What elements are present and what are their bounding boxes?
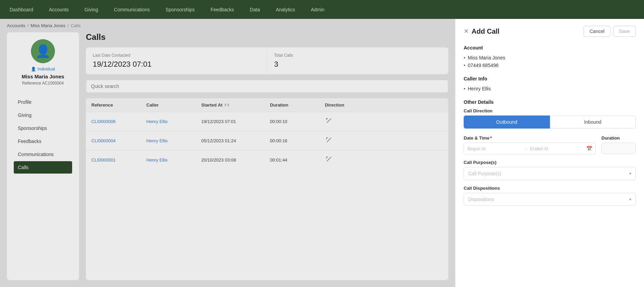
nav-feedbacks[interactable]: Feedbacks xyxy=(208,5,237,14)
call-direction-3 xyxy=(325,155,366,165)
content-wrapper: 👤 👤 Individual Miss Maria Jones Referenc… xyxy=(0,32,455,287)
dispositions-placeholder: Dispositions xyxy=(468,197,494,202)
call-dispositions-group: Call Dispositions Dispositions ▾ xyxy=(464,186,636,206)
caller-info-label: Caller Info xyxy=(464,76,636,81)
profile-sidebar: 👤 👤 Individual Miss Maria Jones Referenc… xyxy=(7,32,79,280)
account-section: Account Miss Maria Jones 07449 685496 xyxy=(464,45,636,69)
add-call-panel: ✕ Add Call Cancel Save Account Miss Mari… xyxy=(455,19,644,287)
duration-input[interactable] xyxy=(601,143,636,154)
individual-icon: 👤 xyxy=(31,67,36,71)
sort-icon: ⬆⬇ xyxy=(224,103,229,107)
col-duration: Duration xyxy=(270,102,325,108)
breadcrumb-sep2: / xyxy=(67,23,69,28)
call-date-2: 05/12/2023 01:24 xyxy=(201,138,270,143)
required-indicator: * xyxy=(490,135,492,141)
sidebar-item-giving[interactable]: Giving xyxy=(14,109,72,121)
stat-total-calls: Total Calls 3 xyxy=(267,47,448,74)
other-details-section: Other Details Call Direction Outbound In… xyxy=(464,99,636,211)
call-ref-1[interactable]: CLI0000006 xyxy=(91,119,146,124)
sidebar-item-calls[interactable]: Calls xyxy=(14,161,72,174)
stats-row: Last Date Contacted 19/12/2023 07:01 Tot… xyxy=(86,47,448,74)
begun-placeholder: Begun At xyxy=(467,146,522,151)
caller-name: Henry Ellis xyxy=(464,85,636,92)
call-date-3: 20/10/2023 03:08 xyxy=(201,157,270,163)
table-row: CLI0000001 Henry Ellis 20/10/2023 03:08 … xyxy=(86,151,448,169)
account-name: Miss Maria Jones xyxy=(464,54,636,62)
call-duration-1: 00:00:10 xyxy=(270,119,325,124)
nav-sponsorships[interactable]: Sponsorships xyxy=(163,5,197,14)
call-ref-3[interactable]: CLI0000001 xyxy=(91,157,146,163)
calls-title: Calls xyxy=(86,32,448,42)
calendar-icon: 📅 xyxy=(586,146,592,151)
date-time-group: Date & Time* Begun At → Ended At 📅 xyxy=(464,135,596,154)
person-icon: 👤 xyxy=(35,44,51,58)
table-row: CLI0000004 Henry Ellis 05/12/2023 01:24 … xyxy=(86,131,448,151)
call-caller-1[interactable]: Henry Ellis xyxy=(146,119,201,124)
col-started-at: Started At ⬆⬇ xyxy=(201,102,270,108)
direction-toggle: Outbound Inbound xyxy=(464,115,636,129)
person-name: Miss Maria Jones xyxy=(22,74,64,79)
stat-last-contacted-label: Last Date Contacted xyxy=(93,53,260,58)
ended-placeholder: Ended At xyxy=(530,146,584,151)
search-input[interactable] xyxy=(86,80,448,93)
call-duration-3: 00:01:44 xyxy=(270,157,325,163)
other-details-label: Other Details xyxy=(464,99,636,105)
call-ref-2[interactable]: CLI0000004 xyxy=(91,138,146,143)
caller-info-section: Caller Info Henry Ellis xyxy=(464,76,636,92)
nav-analytics[interactable]: Analytics xyxy=(273,5,298,14)
sidebar-nav: Profile Giving Sponsorships Feedbacks Co… xyxy=(14,96,72,174)
panel-header-buttons: Cancel Save xyxy=(584,26,636,37)
nav-giving[interactable]: Giving xyxy=(82,5,101,14)
nav-admin[interactable]: Admin xyxy=(308,5,327,14)
duration-group: Duration xyxy=(601,135,636,154)
date-input-group[interactable]: Begun At → Ended At 📅 xyxy=(464,143,596,154)
stat-last-contacted: Last Date Contacted 19/12/2023 07:01 xyxy=(86,47,267,74)
inbound-toggle[interactable]: Inbound xyxy=(550,115,636,129)
nav-accounts[interactable]: Accounts xyxy=(46,5,72,14)
nav-communications[interactable]: Communications xyxy=(111,5,152,14)
save-button[interactable]: Save xyxy=(613,26,636,37)
call-direction-2 xyxy=(325,136,366,145)
calls-area: Calls Last Date Contacted 19/12/2023 07:… xyxy=(86,32,448,280)
breadcrumb-current: Calls xyxy=(71,23,81,28)
close-icon[interactable]: ✕ xyxy=(464,27,469,35)
call-purposes-select[interactable]: Call Purpose(s) ▾ xyxy=(464,167,636,180)
chevron-down-icon: ▾ xyxy=(629,197,631,202)
stat-total-calls-value: 3 xyxy=(274,60,441,69)
sidebar-item-sponsorships[interactable]: Sponsorships xyxy=(14,122,72,134)
call-purposes-group: Call Purpose(s) Call Purpose(s) ▾ xyxy=(464,160,636,180)
breadcrumb-person[interactable]: Miss Maria Jones xyxy=(31,23,65,28)
chevron-down-icon: ▾ xyxy=(629,171,631,176)
nav-dashboard[interactable]: Dashboard xyxy=(7,5,36,14)
table-row: CLI0000006 Henry Ellis 19/12/2023 07:01 … xyxy=(86,112,448,131)
call-date-1: 19/12/2023 07:01 xyxy=(201,119,270,124)
individual-label: 👤 Individual xyxy=(31,67,55,71)
calls-table: Reference Caller Started At ⬆⬇ Duration … xyxy=(86,98,448,280)
col-caller: Caller xyxy=(146,102,201,108)
call-caller-2[interactable]: Henry Ellis xyxy=(146,138,201,143)
left-content: Accounts / Miss Maria Jones / Calls 👤 👤 … xyxy=(0,19,455,287)
breadcrumb-accounts[interactable]: Accounts xyxy=(7,23,25,28)
call-purposes-placeholder: Call Purpose(s) xyxy=(468,171,501,176)
call-caller-3[interactable]: Henry Ellis xyxy=(146,157,201,163)
nav-data[interactable]: Data xyxy=(247,5,263,14)
breadcrumb-sep1: / xyxy=(27,23,29,28)
panel-title: Add Call xyxy=(472,27,499,35)
dispositions-select[interactable]: Dispositions ▾ xyxy=(464,193,636,206)
sidebar-item-profile[interactable]: Profile xyxy=(14,96,72,108)
sidebar-item-feedbacks[interactable]: Feedbacks xyxy=(14,135,72,147)
col-reference: Reference xyxy=(91,102,146,108)
sidebar-item-communications[interactable]: Communications xyxy=(14,148,72,161)
call-direction-label: Call Direction xyxy=(464,108,636,113)
avatar: 👤 xyxy=(31,39,55,63)
breadcrumb: Accounts / Miss Maria Jones / Calls xyxy=(0,19,455,32)
duration-label: Duration xyxy=(601,135,636,141)
stat-last-contacted-value: 19/12/2023 07:01 xyxy=(93,60,260,69)
cancel-button[interactable]: Cancel xyxy=(584,26,610,37)
datetime-row: Date & Time* Begun At → Ended At 📅 Durat… xyxy=(464,135,636,154)
account-phone: 07449 685496 xyxy=(464,62,636,69)
top-navigation: Dashboard Accounts Giving Communications… xyxy=(0,0,644,19)
date-time-label: Date & Time* xyxy=(464,135,596,141)
panel-header: ✕ Add Call Cancel Save xyxy=(464,26,636,37)
outbound-toggle[interactable]: Outbound xyxy=(464,115,550,129)
